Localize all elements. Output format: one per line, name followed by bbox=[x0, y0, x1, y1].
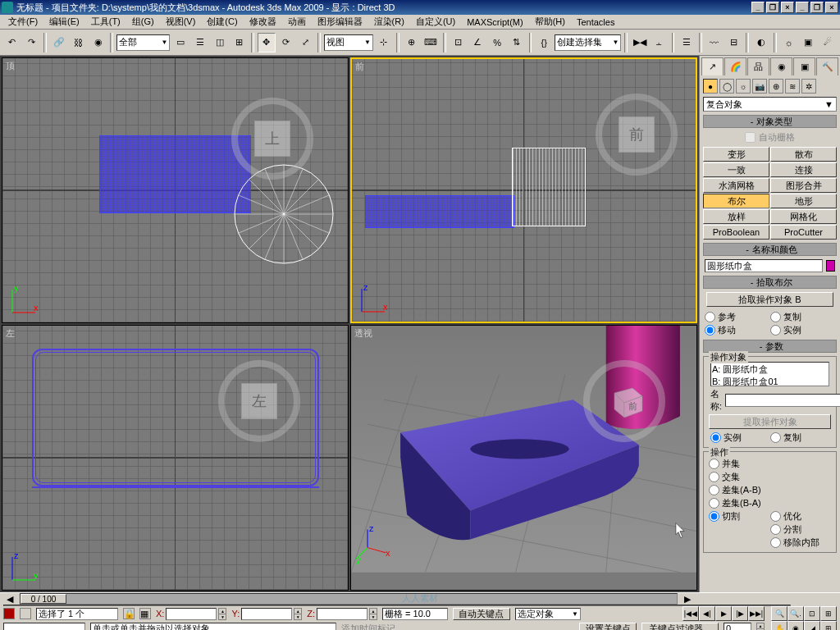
undo-button[interactable]: ↶ bbox=[3, 33, 21, 52]
current-frame-input[interactable] bbox=[724, 623, 751, 631]
named-selection-sets[interactable]: 创建选择集▼ bbox=[555, 34, 621, 51]
key-tangent-toggle[interactable] bbox=[20, 608, 31, 619]
sub-lights[interactable]: ☼ bbox=[736, 79, 751, 94]
sub-systems[interactable]: ✲ bbox=[801, 79, 816, 94]
btn-procutter[interactable]: ProCutter bbox=[770, 225, 837, 240]
radio-extract-copy[interactable]: 复制 bbox=[770, 431, 830, 444]
object-name-input[interactable] bbox=[705, 259, 823, 272]
material-editor-button[interactable]: ◐ bbox=[752, 33, 770, 52]
minimize-button-2[interactable]: _ bbox=[796, 2, 809, 13]
sub-geometry[interactable]: ● bbox=[703, 79, 718, 94]
tab-create[interactable]: ↗ bbox=[701, 57, 724, 75]
move-button[interactable]: ✥ bbox=[258, 33, 276, 52]
lock-selection-button[interactable]: 🔒 bbox=[123, 608, 135, 619]
percent-snap-button[interactable]: % bbox=[488, 33, 506, 52]
radio-cut-refine[interactable]: 优化 bbox=[770, 509, 832, 523]
render-button[interactable]: ☄ bbox=[819, 33, 837, 52]
scale-button[interactable]: ⤢ bbox=[296, 33, 314, 52]
btn-connect[interactable]: 连接 bbox=[770, 162, 837, 177]
frame-spinner[interactable]: ▲▼ bbox=[756, 623, 765, 631]
angle-snap-button[interactable]: ∠ bbox=[468, 33, 486, 52]
menu-edit[interactable]: 编辑(E) bbox=[44, 15, 84, 29]
zoom-button[interactable]: 🔍 bbox=[771, 606, 788, 621]
unlink-button[interactable]: ⛓ bbox=[70, 33, 88, 52]
fov-button[interactable]: ◢ bbox=[804, 621, 820, 630]
object-type-rollout[interactable]: -对象类型 bbox=[703, 115, 837, 128]
rotate-button[interactable]: ⟳ bbox=[277, 33, 295, 52]
menu-rendering[interactable]: 渲染(R) bbox=[369, 15, 409, 29]
viewcube-front[interactable]: 前 bbox=[612, 110, 661, 159]
z-coord-input[interactable] bbox=[317, 608, 368, 620]
btn-proboolean[interactable]: ProBoolean bbox=[703, 225, 769, 240]
menu-graph[interactable]: 图形编辑器 bbox=[313, 15, 368, 29]
pivot-button[interactable]: ⊹ bbox=[375, 33, 393, 52]
btn-mesher[interactable]: 网格化 bbox=[770, 209, 837, 224]
close-button-2[interactable]: × bbox=[825, 2, 838, 13]
spinner-snap-button[interactable]: ⇅ bbox=[508, 33, 526, 52]
radio-copy[interactable]: 复制 bbox=[770, 310, 836, 323]
maxtoggle-button[interactable]: ⊞ bbox=[820, 621, 837, 630]
btn-scatter[interactable]: 散布 bbox=[770, 147, 837, 162]
zoom-all-button[interactable]: 🔍. bbox=[788, 606, 804, 621]
autokey-button[interactable]: 自动关键点 bbox=[453, 608, 510, 620]
select-name-button[interactable]: ☰ bbox=[191, 33, 209, 52]
align-button[interactable]: ⫠ bbox=[651, 33, 669, 52]
btn-terrain[interactable]: 地形 bbox=[770, 194, 837, 208]
btn-shapemerge[interactable]: 图形合并 bbox=[770, 178, 837, 193]
btn-blobmesh[interactable]: 水滴网格 bbox=[703, 178, 769, 193]
next-frame-button[interactable]: |▶ bbox=[732, 606, 748, 621]
menu-views[interactable]: 视图(V) bbox=[161, 15, 201, 29]
redo-button[interactable]: ↷ bbox=[23, 33, 41, 52]
mirror-button[interactable]: ▶◀ bbox=[631, 33, 649, 52]
viewport-perspective[interactable]: z x y 透视 前 bbox=[350, 325, 697, 591]
btn-morph[interactable]: 变形 bbox=[703, 147, 769, 162]
radio-op-union[interactable]: 并集 bbox=[709, 457, 831, 470]
listener-input[interactable] bbox=[3, 623, 85, 631]
keyfilters-button[interactable]: 关键点过滤器... bbox=[641, 623, 719, 631]
bind-button[interactable]: ◉ bbox=[89, 33, 107, 52]
menu-create[interactable]: 创建(C) bbox=[202, 15, 242, 29]
minimize-button[interactable]: _ bbox=[751, 2, 765, 13]
object-color-swatch[interactable] bbox=[826, 260, 835, 272]
btn-conform[interactable]: 一致 bbox=[703, 162, 769, 177]
operand-name-input[interactable] bbox=[725, 394, 840, 407]
setkey-button[interactable]: 设置关键点 bbox=[579, 623, 637, 631]
time-next-button[interactable]: ▶ bbox=[681, 593, 694, 605]
arc-rotate-button[interactable]: ◉ bbox=[788, 621, 804, 630]
close-button[interactable]: × bbox=[781, 2, 794, 13]
isolate-button[interactable]: ▦ bbox=[139, 608, 151, 619]
layers-button[interactable]: ☰ bbox=[678, 33, 696, 52]
key-filter-dropdown[interactable]: 选定对象▼ bbox=[515, 608, 581, 620]
radio-extract-instance[interactable]: 实例 bbox=[710, 431, 770, 444]
select-region-button[interactable]: ◫ bbox=[211, 33, 229, 52]
menu-customize[interactable]: 自定义(U) bbox=[411, 15, 460, 29]
sub-helpers[interactable]: ⊕ bbox=[769, 79, 783, 94]
menu-file[interactable]: 文件(F) bbox=[3, 15, 43, 29]
selection-filter[interactable]: 全部▼ bbox=[116, 34, 170, 51]
time-prev-button[interactable]: ◀ bbox=[3, 593, 16, 605]
link-button[interactable]: 🔗 bbox=[50, 33, 68, 52]
add-time-tag-button[interactable]: 添加时间标记 bbox=[341, 623, 395, 631]
viewport-front[interactable]: 前 前 zx bbox=[350, 57, 697, 323]
schematic-view-button[interactable]: ⊟ bbox=[725, 33, 743, 52]
curve-editor-button[interactable]: 〰 bbox=[705, 33, 724, 52]
operand-list[interactable]: A: 圆形纸巾盒B: 圆形纸巾盒01 bbox=[710, 362, 829, 386]
viewcube-persp[interactable]: 前 bbox=[600, 377, 649, 426]
z-spinner[interactable]: ▲▼ bbox=[369, 608, 377, 620]
menu-help[interactable]: 帮助(H) bbox=[530, 15, 570, 29]
radio-reference[interactable]: 参考 bbox=[705, 310, 770, 323]
play-button[interactable]: ▶ bbox=[715, 606, 732, 621]
key-mode-toggle[interactable] bbox=[3, 608, 15, 619]
menu-tools[interactable]: 工具(T) bbox=[86, 15, 126, 29]
edit-named-sel-button[interactable]: {} bbox=[535, 33, 553, 52]
viewport-top[interactable]: 顶 上 yx bbox=[2, 57, 349, 323]
tab-display[interactable]: ▣ bbox=[793, 57, 815, 75]
select-manipulate-button[interactable]: ⊕ bbox=[403, 33, 421, 52]
y-coord-input[interactable] bbox=[241, 608, 292, 620]
goto-end-button[interactable]: ▶▶| bbox=[748, 606, 765, 621]
viewport-left[interactable]: 左 左 zy bbox=[2, 325, 349, 591]
tab-motion[interactable]: ◉ bbox=[770, 57, 792, 75]
pick-boolean-rollout[interactable]: -拾取布尔 bbox=[703, 276, 837, 289]
name-color-rollout[interactable]: -名称和颜色 bbox=[703, 243, 837, 256]
zoom-extents-all-button[interactable]: ⊞ bbox=[820, 606, 837, 621]
